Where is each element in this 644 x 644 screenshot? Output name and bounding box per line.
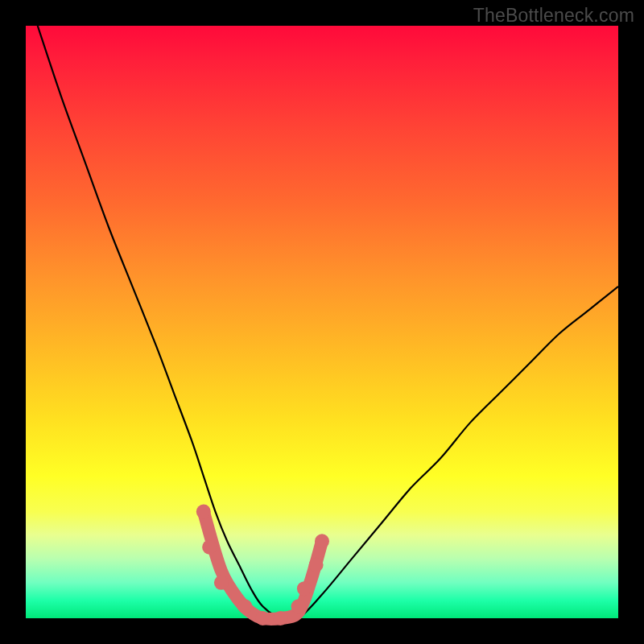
- plot-area: [26, 26, 618, 618]
- highlight-dot: [315, 534, 329, 548]
- highlight-dot: [202, 540, 217, 555]
- highlight-dot: [273, 611, 287, 625]
- highlight-dot: [237, 599, 252, 613]
- highlight-dot: [309, 558, 324, 572]
- curve-layer: [26, 26, 618, 618]
- chart-frame: TheBottleneck.com: [0, 0, 644, 644]
- highlight-dot: [255, 611, 270, 625]
- bottleneck-curve: [38, 26, 618, 621]
- highlight-dot: [291, 599, 306, 613]
- highlight-dot: [214, 576, 229, 590]
- highlight-dot: [297, 581, 312, 596]
- highlight-dot: [196, 505, 211, 519]
- watermark-text: TheBottleneck.com: [473, 5, 634, 27]
